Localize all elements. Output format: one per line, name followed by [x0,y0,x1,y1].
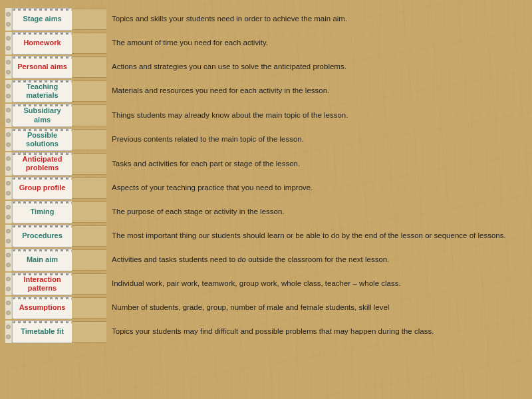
description-possible-solutions: Previous contents related to the main to… [106,128,519,151]
tab-label-personal-aims: Personal aims [12,56,72,78]
row-main-aim: Main aimActivities and tasks students ne… [5,249,519,271]
spiral-dot [6,205,11,209]
input-box-main-aim[interactable] [72,249,106,271]
tab-label-assumptions: Assumptions [12,297,72,319]
input-box-assumptions[interactable] [72,297,106,319]
row-teaching-materials: Teaching materialsMaterials and resource… [5,80,519,102]
input-box-timing[interactable] [72,201,106,223]
spiral-dot [6,325,11,329]
input-box-teaching-materials[interactable] [72,80,106,102]
spiral-strip [5,152,12,175]
spiral-dot [6,70,11,74]
row-procedures: ProceduresThe most important thing our s… [5,225,519,247]
spiral-dot [6,263,11,267]
input-box-subsidiary-aims[interactable] [72,104,106,126]
spiral-strip [5,56,12,78]
row-anticipated-problems: Anticipated problemsTasks and activities… [5,152,519,175]
spiral-strip [5,297,12,319]
tab-label-stage-aims: Stage aims [12,8,72,31]
input-box-possible-solutions[interactable] [72,129,106,150]
spiral-dot [6,46,11,51]
spiral-dot [6,22,11,27]
tab-text-anticipated-problems: Anticipated problems [16,155,68,172]
tab-text-group-profile: Group profile [19,184,66,192]
tab-label-subsidiary-aims: Subsidiary aims [12,104,72,126]
spiral-dot [6,60,11,65]
description-teaching-materials: Materials and resources you need for eac… [106,80,519,102]
tab-text-subsidiary-aims: Subsidiary aims [16,106,68,124]
tab-text-possible-solutions: Possible solutions [16,131,68,148]
description-stage-aims: Topics and skills your students need in … [106,8,519,31]
tab-label-procedures: Procedures [12,225,72,247]
description-timetable-fit: Topics your students may find difficult … [106,321,519,343]
row-personal-aims: Personal aimsActions and strategies you … [5,56,519,78]
input-box-procedures[interactable] [72,225,106,247]
tab-label-interaction-patterns: Interaction patterns [12,273,72,295]
description-subsidiary-aims: Things students may already know about t… [106,104,519,126]
spiral-strip [5,201,12,223]
spiral-dot [6,132,11,137]
spiral-dot [6,229,11,233]
row-possible-solutions: Possible solutionsPrevious contents rela… [5,128,519,151]
input-box-stage-aims[interactable] [72,9,106,30]
tab-label-teaching-materials: Teaching materials [12,80,72,102]
description-anticipated-problems: Tasks and activities for each part or st… [106,152,519,175]
spiral-dot [6,277,11,281]
spiral-strip [5,128,12,151]
tab-text-assumptions: Assumptions [19,303,66,312]
tab-text-main-aim: Main aim [27,255,58,264]
description-personal-aims: Actions and strategies you can use to so… [106,56,519,78]
input-box-personal-aims[interactable] [72,57,106,78]
tab-label-group-profile: Group profile [12,177,72,200]
description-interaction-patterns: Individual work, pair work, teamwork, gr… [106,273,519,295]
spiral-dot [6,156,11,161]
spiral-dot [6,166,11,171]
spiral-dot [6,94,11,98]
tab-label-possible-solutions: Possible solutions [12,128,72,151]
spiral-strip [5,273,12,295]
spiral-strip [5,177,12,200]
spiral-dot [6,142,11,147]
spiral-dot [6,311,11,315]
tab-text-interaction-patterns: Interaction patterns [16,275,68,293]
tab-label-timing: Timing [12,201,72,223]
tab-text-personal-aims: Personal aims [17,63,67,71]
row-subsidiary-aims: Subsidiary aimsThings students may alrea… [5,104,519,126]
spiral-dot [6,36,11,41]
spiral-dot [6,215,11,219]
tab-label-homework: Homework [12,32,72,55]
tab-label-timetable-fit: Timetable fit [12,321,72,343]
description-procedures: The most important thing our students sh… [106,225,519,247]
tab-text-timetable-fit: Timetable fit [21,327,64,336]
spiral-dot [6,118,11,123]
input-box-interaction-patterns[interactable] [72,273,106,295]
row-timetable-fit: Timetable fitTopics your students may fi… [5,321,519,343]
description-homework: The amount of time you need for each act… [106,32,519,55]
tab-text-procedures: Procedures [22,231,63,240]
spiral-dot [6,334,11,339]
input-box-homework[interactable] [72,33,106,54]
spiral-strip [5,104,12,126]
input-box-anticipated-problems[interactable] [72,153,106,174]
spiral-dot [6,181,11,186]
tab-text-homework: Homework [23,39,61,47]
spiral-strip [5,321,12,343]
spiral-dot [6,191,11,196]
tab-text-timing: Timing [31,207,55,216]
input-box-timetable-fit[interactable] [72,321,106,342]
row-assumptions: AssumptionsNumber of students, grade, gr… [5,297,519,319]
spiral-dot [6,253,11,257]
row-group-profile: Group profileAspects of your teaching pr… [5,177,519,200]
row-interaction-patterns: Interaction patternsIndividual work, pai… [5,273,519,295]
spiral-dot [6,108,11,112]
row-homework: HomeworkThe amount of time you need for … [5,32,519,55]
description-timing: The purpose of each stage or activity in… [106,201,519,223]
row-stage-aims: Stage aimsTopics and skills your student… [5,8,519,31]
description-main-aim: Activities and tasks students need to do… [106,249,519,271]
input-box-group-profile[interactable] [72,178,106,199]
spiral-strip [5,249,12,271]
tab-text-teaching-materials: Teaching materials [16,82,68,100]
spiral-dot [6,301,11,305]
spiral-strip [5,225,12,247]
spiral-strip [5,80,12,102]
